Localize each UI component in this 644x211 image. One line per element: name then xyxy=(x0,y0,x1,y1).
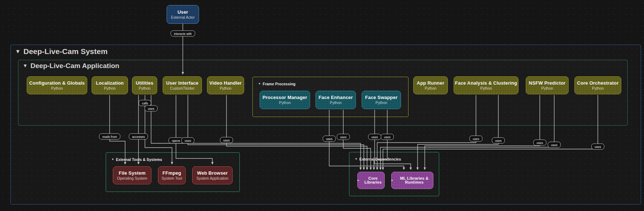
node-title: Configuration & Globals xyxy=(29,81,85,85)
expand-caret-icon: ▸ xyxy=(358,179,359,182)
collapse-caret-icon[interactable]: ▼ xyxy=(15,49,21,54)
node-title: Face Enhancer xyxy=(318,95,353,100)
node-subtitle: Python xyxy=(375,101,387,105)
node-title: Web Browser xyxy=(197,171,228,175)
node-subtitle: Operating System xyxy=(117,176,147,180)
container-external-tools-label: External Tools & Systems xyxy=(116,157,162,162)
node-utilities[interactable]: Utilities Python xyxy=(132,76,157,94)
container-system-header[interactable]: ▼ Deep-Live-Cam System xyxy=(15,47,107,56)
collapse-caret-icon[interactable]: ▼ xyxy=(23,63,28,68)
node-user-interface[interactable]: User Interface CustomTkinter xyxy=(163,76,202,94)
edge-label: uses xyxy=(591,144,604,150)
edge-label: uses xyxy=(181,138,194,144)
node-user-title: User xyxy=(177,10,188,14)
node-subtitle: Python xyxy=(279,101,291,105)
node-subtitle: Python xyxy=(139,86,151,90)
edge-label: uses xyxy=(220,137,233,143)
node-title: FFmpeg xyxy=(163,171,181,175)
container-external-tools-header[interactable]: ▼ External Tools & Systems xyxy=(111,157,162,162)
edge-label: interacts with xyxy=(171,31,195,37)
node-file-system[interactable]: File System Operating System xyxy=(113,166,151,184)
collapse-caret-icon[interactable]: ▼ xyxy=(355,158,357,161)
node-subtitle: Python xyxy=(541,86,553,90)
node-title: Face Analysis & Clustering xyxy=(455,81,517,85)
edge-label: uses xyxy=(469,136,482,142)
edge-label: uses xyxy=(145,106,158,112)
node-title: Localization xyxy=(96,81,124,85)
node-subtitle: Python xyxy=(104,86,116,90)
node-subtitle: System Tool xyxy=(162,176,182,180)
expand-caret-icon: ▸ xyxy=(392,179,393,182)
node-subtitle: Python xyxy=(220,86,231,90)
container-external-deps-label: External Dependencies xyxy=(359,157,401,161)
node-face-enhancer[interactable]: Face Enhancer Python xyxy=(316,91,356,109)
node-ml-libraries[interactable]: ▸ ML Libraries & Runtimes xyxy=(391,172,433,189)
node-subtitle: Python xyxy=(51,86,63,90)
container-system-label: Deep-Live-Cam System xyxy=(23,47,107,56)
node-title: Core Orchestrator xyxy=(577,81,618,85)
container-frame-processing-label: Frame Processing xyxy=(263,82,295,86)
node-subtitle: Python xyxy=(330,101,342,105)
node-processor-manager[interactable]: Processor Manager Python xyxy=(260,91,310,109)
edge-label: uses xyxy=(368,134,381,140)
node-title: Video Handler xyxy=(209,81,242,85)
node-title: File System xyxy=(119,171,145,175)
node-nsfw-predictor[interactable]: NSFW Predictor Python xyxy=(526,76,569,94)
node-title: Processor Manager xyxy=(263,95,307,100)
node-title: App Runner xyxy=(417,81,444,85)
node-user[interactable]: User External Actor xyxy=(167,5,199,24)
node-title: Face Swapper xyxy=(365,95,398,100)
collapse-caret-icon[interactable]: ▼ xyxy=(258,82,261,85)
edge-label: uses xyxy=(548,142,561,148)
edge-label: reads from xyxy=(99,134,120,140)
edge-label: uses xyxy=(533,140,546,146)
node-config-globals[interactable]: Configuration & Globals Python xyxy=(27,76,87,94)
node-title: User Interface xyxy=(166,81,199,85)
edge-label: uses xyxy=(337,134,350,140)
node-core-orchestrator[interactable]: Core Orchestrator Python xyxy=(574,76,621,94)
node-subtitle: Python xyxy=(480,86,492,90)
node-face-analysis[interactable]: Face Analysis & Clustering Python xyxy=(454,76,519,94)
edge-label: uses xyxy=(492,138,505,144)
node-title: Utilities xyxy=(136,81,154,85)
collapse-caret-icon[interactable]: ▼ xyxy=(111,158,114,161)
node-subtitle: System Application xyxy=(197,176,229,180)
node-web-browser[interactable]: Web Browser System Application xyxy=(192,166,233,184)
node-user-subtitle: External Actor xyxy=(171,15,194,19)
node-video-handler[interactable]: Video Handler Python xyxy=(207,76,244,94)
node-title: ML Libraries & Runtimes xyxy=(396,176,433,184)
node-subtitle: Python xyxy=(592,86,604,90)
node-subtitle: Python xyxy=(425,86,437,90)
node-app-runner[interactable]: App Runner Python xyxy=(413,76,448,94)
edge-label: accesses xyxy=(129,134,148,140)
node-face-swapper[interactable]: Face Swapper Python xyxy=(362,91,401,109)
node-core-libraries[interactable]: ▸ Core Libraries xyxy=(357,172,385,189)
node-subtitle: CustomTkinter xyxy=(170,86,194,90)
edge-label: uses xyxy=(323,136,336,142)
container-application-label: Deep-Live-Cam Application xyxy=(31,62,119,70)
container-external-deps-header[interactable]: ▼ External Dependencies xyxy=(355,157,401,161)
node-title: NSFW Predictor xyxy=(529,81,566,85)
edge-label: uses xyxy=(381,134,394,140)
container-frame-processing-header[interactable]: ▼ Frame Processing xyxy=(258,82,296,86)
node-ffmpeg[interactable]: FFmpeg System Tool xyxy=(158,166,186,184)
container-application-header[interactable]: ▼ Deep-Live-Cam Application xyxy=(23,62,119,70)
node-localization[interactable]: Localization Python xyxy=(92,76,128,94)
node-title: Core Libraries xyxy=(362,176,384,184)
